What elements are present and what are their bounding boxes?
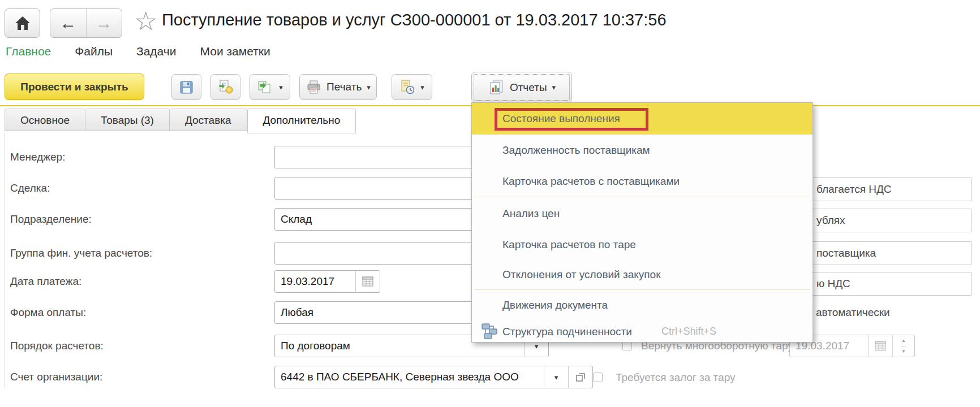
menu-item-supplier-settlement-card[interactable]: Карточка расчетов с поставщиками (472, 166, 813, 197)
field-settlement-order-label: Порядок расчетов: (10, 340, 274, 352)
date-spinner[interactable]: ▲ ▼ (892, 335, 914, 357)
field-payment-date-label: Дата платежа: (10, 275, 274, 288)
post-and-close-button[interactable]: Провести и закрыть (5, 73, 144, 100)
menu-item-label: Анализ цен (502, 207, 560, 220)
field-deal-label: Сделка: (10, 182, 274, 194)
page-title: Поступление товаров и услуг СЗ00-000001 … (162, 11, 667, 29)
menu-item-label: Карточка расчетов с поставщиками (502, 175, 680, 188)
menu-item-document-movements[interactable]: Движения документа (472, 291, 813, 320)
menu-item-tare-settlement-card[interactable]: Карточка расчетов по таре (472, 229, 813, 260)
print-button-label: Печать (326, 81, 362, 93)
schedule-document-button[interactable]: ▾ (392, 74, 432, 100)
field-payment-date-input[interactable]: 19.03.2017 (274, 270, 380, 293)
tab-general[interactable]: Основное (5, 109, 85, 131)
payment-date-value[interactable]: 19.03.2017 (275, 271, 355, 292)
post-document-icon (218, 79, 234, 95)
field-fin-group-label: Группа фин. учета расчетов: (10, 247, 274, 259)
field-payment-date: Дата платежа: 19.03.2017 (10, 270, 380, 293)
menu-item-label: Движения документа (502, 299, 608, 311)
post-document-button[interactable] (210, 74, 240, 100)
back-button[interactable]: ← (50, 9, 87, 37)
menu-item-label: Карточка расчетов по таре (502, 239, 636, 251)
menu-item-label: Отклонения от условий закупок (502, 269, 660, 281)
right-field-vat-fragment: благается НДС (816, 178, 892, 201)
right-field-vat-include-fragment: ю НДС (816, 272, 850, 295)
field-payment-form-label: Форма оплаты: (10, 306, 274, 319)
section-menubar: Главное Файлы Задачи Мои заметки (6, 45, 270, 58)
tab-additional[interactable]: Дополнительно (247, 109, 356, 133)
create-based-on-icon (257, 79, 274, 95)
menu-item-shortcut: Ctrl+Shift+S (661, 326, 716, 337)
reports-dropdown-menu: Состояние выполнения Задолженность поста… (471, 102, 813, 343)
home-icon (15, 16, 31, 31)
section-notes[interactable]: Мои заметки (200, 45, 270, 58)
report-chart-icon (488, 80, 505, 96)
form-left-border (5, 133, 5, 388)
section-files[interactable]: Файлы (75, 45, 113, 58)
right-field-currency-fragment: ублях (816, 209, 845, 232)
home-button[interactable] (5, 8, 40, 38)
forward-button[interactable]: → (87, 9, 122, 37)
spinner-down-icon[interactable]: ▼ (901, 347, 906, 357)
org-account-value[interactable]: 6442 в ПАО СБЕРБАНК, Северная звезда ООО (275, 366, 544, 388)
document-clock-icon (399, 79, 415, 95)
reports-button-label: Отчеты (510, 81, 547, 94)
tab-delivery[interactable]: Доставка (170, 109, 247, 131)
open-icon (575, 372, 586, 382)
menu-item-price-analysis[interactable]: Анализ цен (472, 198, 813, 229)
caret-down-icon: ▾ (420, 84, 424, 91)
history-nav-group: ← → (50, 8, 122, 38)
right-field-supplier-fragment: поставщика (816, 242, 876, 265)
right-label-automatic: автоматически (816, 306, 890, 319)
app-window: ← → ☆ Поступление товаров и услуг СЗ00-0… (0, 0, 980, 407)
calendar-button[interactable] (355, 271, 380, 292)
field-org-account-input[interactable]: 6442 в ПАО СБЕРБАНК, Северная звезда ООО… (274, 366, 593, 388)
menu-item-label: Задолженность поставщикам (502, 144, 650, 157)
favorite-star-icon[interactable]: ☆ (134, 4, 157, 38)
caret-down-icon: ▾ (279, 84, 283, 91)
annotation-red-box (495, 108, 648, 131)
field-settlement-order: Порядок расчетов: По договорам ▾ (10, 335, 549, 357)
create-based-on-button[interactable]: ▾ (250, 74, 290, 100)
dropdown-caret-icon[interactable]: ▾ (544, 366, 568, 388)
print-button[interactable]: Печать ▾ (299, 74, 377, 100)
caret-down-icon: ▾ (552, 84, 556, 91)
menu-item-purchase-deviations[interactable]: Отклонения от условий закупок (472, 260, 813, 289)
save-button[interactable] (171, 74, 201, 100)
calendar-icon (362, 276, 373, 287)
menu-item-label: Структура подчиненности (502, 326, 632, 338)
open-value-button[interactable] (568, 366, 592, 388)
tab-goods[interactable]: Товары (3) (85, 109, 170, 131)
field-org-account-label: Счет организации: (10, 371, 274, 383)
field-department-label: Подразделение: (10, 213, 274, 226)
menu-item-supplier-debt[interactable]: Задолженность поставщикам (472, 135, 813, 166)
checkbox-tare-deposit[interactable] (593, 373, 603, 382)
field-manager-label: Менеджер: (10, 151, 274, 163)
calendar-button[interactable] (868, 335, 892, 357)
save-icon (179, 80, 194, 95)
menu-separator (474, 289, 810, 290)
printer-icon (306, 80, 321, 94)
section-main[interactable]: Главное (6, 45, 51, 58)
calendar-icon (875, 341, 886, 351)
section-tasks[interactable]: Задачи (136, 45, 177, 58)
menu-item-execution-status[interactable]: Состояние выполнения (472, 103, 813, 135)
menu-separator (474, 197, 810, 197)
reports-button[interactable]: Отчеты ▾ (471, 72, 572, 103)
caret-down-icon: ▾ (367, 84, 371, 91)
menu-item-subordination-structure[interactable]: Структура подчиненности Ctrl+Shift+S (472, 320, 813, 343)
document-tabs: Основное Товары (3) Доставка Дополнитель… (5, 109, 356, 133)
checkbox-tare-deposit-label: Требуется залог за тару (616, 371, 736, 384)
spinner-up-icon[interactable]: ▲ (901, 335, 906, 347)
field-org-account: Счет организации: 6442 в ПАО СБЕРБАНК, С… (10, 366, 593, 388)
